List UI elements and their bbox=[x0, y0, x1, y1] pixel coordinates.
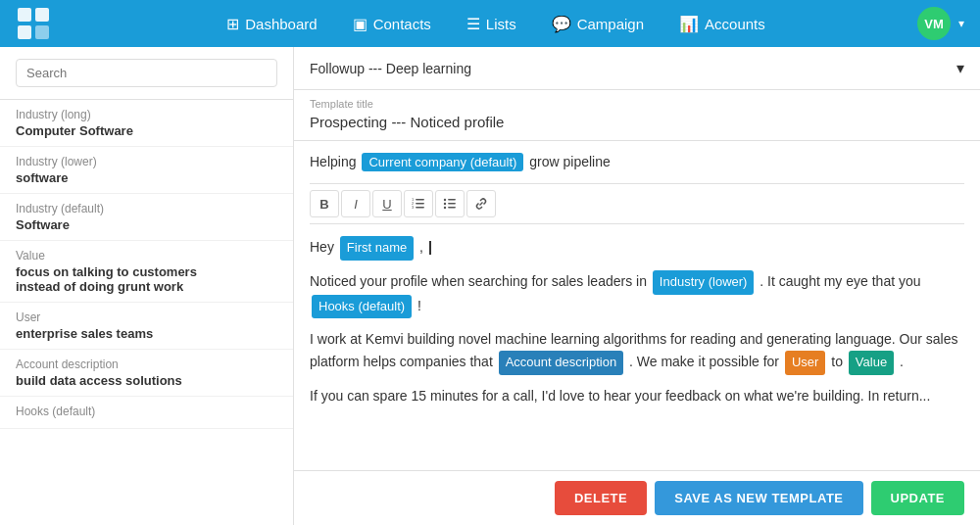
nav-contacts[interactable]: ▣ Contacts bbox=[339, 7, 445, 41]
svg-point-12 bbox=[444, 203, 446, 205]
helping-suffix: grow pipeline bbox=[529, 154, 611, 169]
sidebar-value-value: focus on talking to customersinstead of … bbox=[16, 264, 277, 294]
sidebar-item-industry-long: Industry (long) Computer Software bbox=[0, 100, 293, 147]
delete-button[interactable]: DELETE bbox=[555, 481, 647, 515]
period-text: . bbox=[900, 354, 904, 369]
user-chip[interactable]: User bbox=[785, 351, 825, 375]
svg-rect-11 bbox=[448, 199, 456, 201]
sidebar-label-value: Value bbox=[16, 249, 277, 262]
sidebar-item-value: Value focus on talking to customersinste… bbox=[0, 241, 293, 303]
editor-paragraph-4: If you can spare 15 minutes for a call, … bbox=[310, 385, 964, 406]
link-button[interactable] bbox=[466, 190, 496, 217]
nav-accounts[interactable]: 📊 Accounts bbox=[665, 7, 779, 41]
accounts-icon: 📊 bbox=[679, 15, 699, 33]
editor-paragraph-3: I work at Kemvi building novel machine l… bbox=[310, 328, 964, 374]
template-title-section: Template title Prospecting --- Noticed p… bbox=[294, 90, 980, 141]
ordered-list-button[interactable]: 123 bbox=[404, 190, 433, 217]
search-input[interactable] bbox=[16, 59, 277, 87]
sidebar-value-industry-default: Software bbox=[16, 217, 277, 232]
bottom-bar: DELETE SAVE AS NEW TEMPLATE UPDATE bbox=[294, 470, 980, 525]
spare-text: If you can spare 15 minutes for a call, … bbox=[310, 388, 930, 404]
svg-rect-6 bbox=[416, 207, 424, 209]
user-avatar[interactable]: VM bbox=[917, 7, 951, 40]
editor-toolbar: B I U 123 bbox=[310, 183, 964, 224]
sidebar-value-account-desc: build data access solutions bbox=[16, 373, 277, 388]
save-as-new-template-button[interactable]: SAVE AS NEW TEMPLATE bbox=[655, 481, 862, 515]
hooks-chip[interactable]: Hooks (default) bbox=[312, 295, 412, 319]
comma-text: , bbox=[419, 239, 423, 255]
nav-campaign-label: Campaign bbox=[577, 16, 644, 32]
template-select[interactable]: Followup --- Deep learning bbox=[310, 61, 956, 76]
nav-lists[interactable]: ☰ Lists bbox=[453, 7, 530, 41]
editor-body[interactable]: Hey First name , Noticed your profile wh… bbox=[310, 236, 964, 406]
unordered-list-button[interactable] bbox=[435, 190, 465, 217]
nav-dashboard-label: Dashboard bbox=[245, 16, 317, 32]
svg-rect-0 bbox=[18, 8, 31, 22]
app-logo[interactable] bbox=[16, 6, 51, 41]
nav-dropdown-arrow[interactable]: ▾ bbox=[958, 17, 964, 30]
svg-rect-2 bbox=[18, 25, 31, 39]
hey-text: Hey bbox=[310, 239, 338, 255]
noticed-text: Noticed your profile when searching for … bbox=[310, 273, 651, 289]
template-select-chevron: ▾ bbox=[956, 59, 964, 77]
svg-rect-3 bbox=[35, 25, 49, 39]
lists-icon: ☰ bbox=[466, 15, 480, 33]
main-content: Followup --- Deep learning ▾ Template ti… bbox=[294, 47, 980, 525]
firstname-chip[interactable]: First name bbox=[340, 236, 414, 261]
text-cursor bbox=[429, 241, 431, 255]
contacts-icon: ▣ bbox=[353, 15, 368, 33]
sidebar-value-industry-lower: software bbox=[16, 170, 277, 185]
sidebar-item-industry-lower: Industry (lower) software bbox=[0, 147, 293, 194]
svg-rect-13 bbox=[448, 203, 456, 205]
nav-lists-label: Lists bbox=[486, 16, 516, 32]
sidebar-label-account-desc: Account description bbox=[16, 358, 277, 371]
sidebar-item-user: User enterprise sales teams bbox=[0, 303, 293, 350]
template-title-value: Prospecting --- Noticed profile bbox=[310, 114, 964, 136]
template-title-label: Template title bbox=[310, 98, 964, 110]
svg-point-10 bbox=[444, 199, 446, 201]
nav-dashboard[interactable]: ⊞ Dashboard bbox=[213, 7, 330, 41]
sidebar-item-industry-default: Industry (default) Software bbox=[0, 194, 293, 241]
helping-prefix: Helping bbox=[310, 154, 360, 169]
bold-button[interactable]: B bbox=[310, 190, 339, 217]
svg-rect-4 bbox=[416, 199, 424, 201]
top-navigation: ⊞ Dashboard ▣ Contacts ☰ Lists 💬 Campaig… bbox=[0, 0, 980, 47]
editor-paragraph-1: Hey First name , bbox=[310, 236, 964, 261]
sidebar-value-industry-long: Computer Software bbox=[16, 123, 277, 138]
industry-lower-chip[interactable]: Industry (lower) bbox=[653, 270, 755, 295]
sidebar: Industry (long) Computer Software Indust… bbox=[0, 47, 294, 525]
make-text: . We make it possible for bbox=[629, 354, 783, 369]
campaign-icon: 💬 bbox=[552, 15, 571, 33]
main-layout: Industry (long) Computer Software Indust… bbox=[0, 47, 980, 525]
nav-items: ⊞ Dashboard ▣ Contacts ☰ Lists 💬 Campaig… bbox=[74, 7, 917, 41]
value-chip[interactable]: Value bbox=[849, 351, 894, 375]
sidebar-label-user: User bbox=[16, 310, 277, 324]
template-selector-bar: Followup --- Deep learning ▾ bbox=[294, 47, 980, 90]
editor-area[interactable]: Helping Current company (default) grow p… bbox=[294, 141, 980, 470]
current-company-chip[interactable]: Current company (default) bbox=[362, 153, 523, 171]
update-button[interactable]: UPDATE bbox=[871, 481, 964, 515]
dashboard-icon: ⊞ bbox=[226, 15, 239, 33]
sidebar-search-container bbox=[0, 47, 293, 100]
svg-rect-15 bbox=[448, 207, 456, 209]
svg-rect-5 bbox=[416, 203, 424, 205]
svg-point-14 bbox=[444, 207, 446, 209]
to-text: to bbox=[831, 354, 847, 369]
nav-contacts-label: Contacts bbox=[373, 16, 431, 32]
caught-text: . It caught my eye that you bbox=[760, 273, 920, 289]
editor-paragraph-2: Noticed your profile when searching for … bbox=[310, 270, 964, 319]
nav-right: VM ▾ bbox=[917, 7, 964, 40]
helping-line: Helping Current company (default) grow p… bbox=[310, 153, 964, 171]
account-desc-chip[interactable]: Account description bbox=[499, 351, 623, 375]
sidebar-label-industry-lower: Industry (lower) bbox=[16, 155, 277, 168]
sidebar-item-hooks: Hooks (default) bbox=[0, 397, 293, 429]
svg-text:3: 3 bbox=[412, 205, 415, 210]
exclaim-text: ! bbox=[417, 298, 421, 313]
sidebar-label-industry-default: Industry (default) bbox=[16, 202, 277, 215]
underline-button[interactable]: U bbox=[372, 190, 402, 217]
sidebar-label-industry-long: Industry (long) bbox=[16, 108, 277, 121]
italic-button[interactable]: I bbox=[341, 190, 370, 217]
nav-campaign[interactable]: 💬 Campaign bbox=[538, 7, 658, 41]
sidebar-value-user: enterprise sales teams bbox=[16, 326, 277, 341]
sidebar-label-hooks: Hooks (default) bbox=[16, 405, 277, 418]
